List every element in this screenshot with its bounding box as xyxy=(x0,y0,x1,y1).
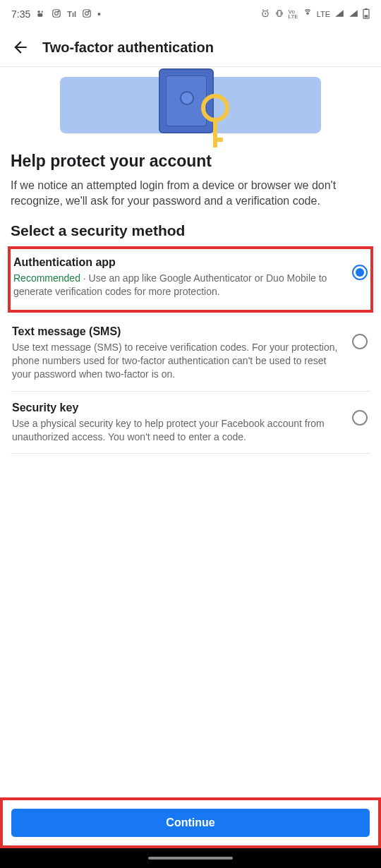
header: Two-factor authentication xyxy=(0,28,381,67)
instagram-icon-2 xyxy=(82,8,92,20)
method-description: Use a physical security key to help prot… xyxy=(12,417,344,444)
back-button[interactable] xyxy=(11,38,30,56)
method-authentication-app[interactable]: Authentication app Recommended · Use an … xyxy=(8,246,373,313)
status-time: 7:35 xyxy=(11,8,30,20)
status-right: VoLTE LTE xyxy=(260,8,370,21)
radio-security-key[interactable] xyxy=(352,410,368,426)
text-icon: TıI xyxy=(67,10,76,18)
method-description: Use text message (SMS) to receive verifi… xyxy=(12,341,344,381)
signal-icon-1 xyxy=(334,8,344,20)
method-title: Text message (SMS) xyxy=(12,325,344,338)
instagram-icon xyxy=(52,8,61,20)
alarm-icon xyxy=(260,8,270,20)
radio-text-message[interactable] xyxy=(352,334,368,349)
continue-button[interactable]: Continue xyxy=(11,809,370,837)
svg-rect-2 xyxy=(38,13,43,17)
vibrate-icon xyxy=(274,8,284,20)
svg-rect-14 xyxy=(365,15,368,17)
main-description: If we notice an attempted login from a d… xyxy=(11,178,370,208)
svg-point-1 xyxy=(42,11,43,12)
battery-icon xyxy=(363,8,370,21)
svg-point-8 xyxy=(88,11,89,11)
volte-icon: VoLTE xyxy=(289,9,298,19)
recommended-label: Recommended xyxy=(13,272,80,284)
svg-point-4 xyxy=(55,11,59,15)
radio-authentication-app[interactable] xyxy=(352,265,368,280)
network-label: LTE xyxy=(317,10,330,18)
main-heading: Help protect your account xyxy=(11,152,370,171)
svg-rect-13 xyxy=(365,8,367,9)
nav-handle[interactable] xyxy=(148,857,233,860)
method-security-key[interactable]: Security key Use a physical security key… xyxy=(11,392,370,454)
status-bar: 7:35 TıI • VoLTE LTE xyxy=(0,0,381,28)
footer: Continue xyxy=(0,797,381,848)
svg-rect-10 xyxy=(277,10,281,16)
arrow-left-icon xyxy=(11,38,30,56)
svg-point-11 xyxy=(306,12,308,13)
hotspot-icon xyxy=(303,8,313,20)
teams-icon xyxy=(36,8,46,20)
signal-icon-2 xyxy=(349,8,358,20)
method-title: Security key xyxy=(12,402,344,414)
method-text-message[interactable]: Text message (SMS) Use text message (SMS… xyxy=(11,315,370,392)
page-title: Two-factor authentication xyxy=(42,40,214,56)
section-heading: Select a security method xyxy=(11,222,370,239)
method-description: Recommended · Use an app like Google Aut… xyxy=(13,272,344,299)
hero-illustration xyxy=(0,67,381,143)
navigation-bar xyxy=(0,848,381,868)
key-illustration xyxy=(201,94,229,122)
method-title: Authentication app xyxy=(13,256,344,269)
hero-background xyxy=(60,77,321,133)
main-content: Help protect your account If we notice a… xyxy=(0,143,381,797)
svg-point-0 xyxy=(38,10,41,12)
status-left: 7:35 TıI • xyxy=(11,8,101,20)
svg-point-7 xyxy=(85,11,89,15)
svg-point-5 xyxy=(59,11,59,11)
dot-icon: • xyxy=(97,8,101,20)
